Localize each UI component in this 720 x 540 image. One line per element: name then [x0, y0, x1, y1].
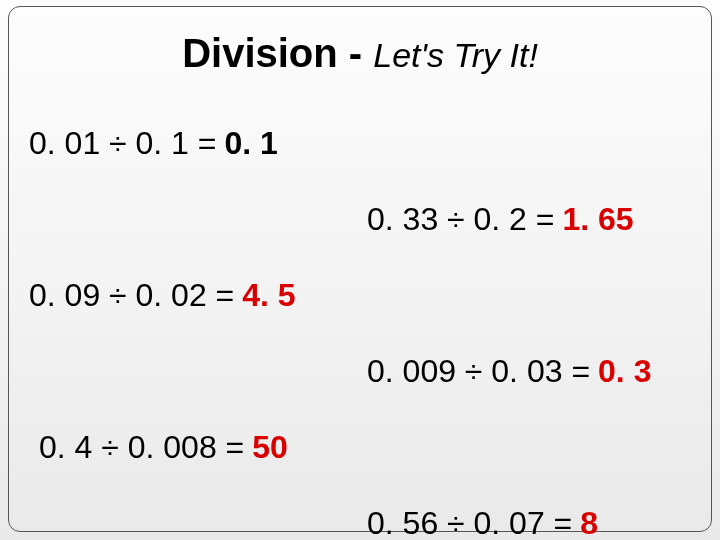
equation-r2: 0. 009 ÷ 0. 03 = 0. 3 — [361, 334, 683, 410]
slide-frame: Division - Let's Try It! 0. 01 ÷ 0. 1 = … — [8, 6, 712, 532]
answer-r2: 0. 3 — [598, 354, 651, 389]
title-sub: Let's Try It! — [373, 36, 538, 74]
expr-l1: 0. 01 ÷ 0. 1 = — [29, 126, 216, 161]
answer-l3: 50 — [252, 430, 288, 465]
equation-r1: 0. 33 ÷ 0. 2 = 1. 65 — [361, 182, 683, 258]
answer-l2: 4. 5 — [242, 278, 295, 313]
empty-l2b — [29, 334, 351, 410]
equation-l3: 0. 4 ÷ 0. 008 = 50 — [29, 410, 351, 486]
equations-grid: 0. 01 ÷ 0. 1 = 0. 1 0. 33 ÷ 0. 2 = 1. 65… — [29, 106, 683, 540]
empty-l3b — [29, 486, 351, 540]
empty-l1b — [29, 182, 351, 258]
equation-r3: 0. 56 ÷ 0. 07 = 8 — [361, 486, 683, 540]
slide: Division - Let's Try It! 0. 01 ÷ 0. 1 = … — [0, 0, 720, 540]
answer-r1: 1. 65 — [562, 202, 633, 237]
empty-r2b — [361, 410, 683, 486]
expr-r1: 0. 33 ÷ 0. 2 = — [367, 202, 554, 237]
slide-title: Division - Let's Try It! — [37, 31, 683, 76]
answer-l1: 0. 1 — [224, 126, 277, 161]
expr-l2: 0. 09 ÷ 0. 02 = — [29, 278, 234, 313]
expr-l3: 0. 4 ÷ 0. 008 = — [39, 430, 244, 465]
empty-r0 — [361, 106, 683, 182]
equation-l2: 0. 09 ÷ 0. 02 = 4. 5 — [29, 258, 351, 334]
title-main: Division - — [182, 31, 373, 75]
expr-r2: 0. 009 ÷ 0. 03 = — [367, 354, 590, 389]
answer-r3: 8 — [580, 506, 598, 540]
equation-l1: 0. 01 ÷ 0. 1 = 0. 1 — [29, 106, 351, 182]
expr-r3: 0. 56 ÷ 0. 07 = — [367, 506, 572, 540]
empty-r1b — [361, 258, 683, 334]
